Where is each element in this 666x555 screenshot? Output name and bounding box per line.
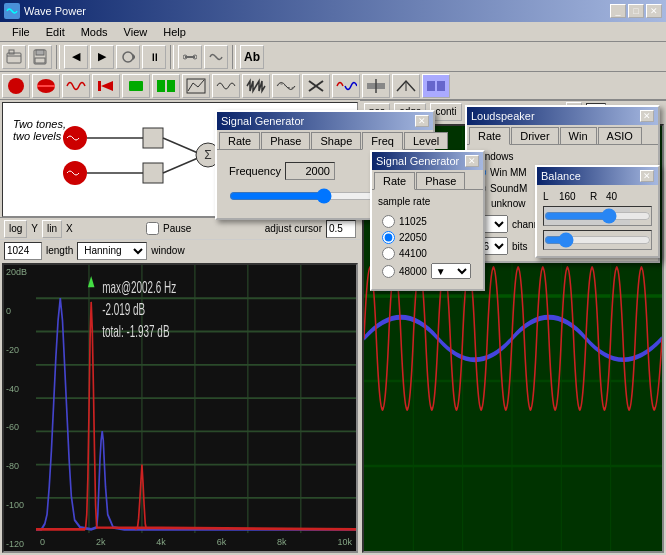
- window-select[interactable]: Hanning Hamming Blackman: [77, 242, 147, 260]
- sig-gen2-title-bar[interactable]: Signal Generator ✕: [372, 152, 483, 170]
- sample-rate-label: sample rate: [378, 196, 477, 207]
- tb-back[interactable]: ◀: [64, 45, 88, 69]
- balance-l-slider[interactable]: [544, 207, 651, 225]
- tb2-xmark[interactable]: [302, 74, 330, 98]
- sig-gen-tab-shape[interactable]: Shape: [311, 132, 361, 149]
- sig-gen2-tab-rate[interactable]: Rate: [374, 172, 415, 190]
- minimize-button[interactable]: _: [610, 4, 626, 18]
- source2-node: [63, 161, 87, 185]
- tb2-back[interactable]: [92, 74, 120, 98]
- menu-help[interactable]: Help: [155, 24, 194, 40]
- ls-tab-asio[interactable]: ASIO: [598, 127, 642, 144]
- sig-gen2-tab-phase[interactable]: Phase: [416, 172, 465, 189]
- tb-wave[interactable]: [204, 45, 228, 69]
- tb-connect[interactable]: [178, 45, 202, 69]
- tb-refresh[interactable]: [116, 45, 140, 69]
- tb2-sine[interactable]: [62, 74, 90, 98]
- sig-gen2-tabs: Rate Phase: [372, 170, 483, 190]
- svg-rect-22: [427, 81, 435, 91]
- tb2-phase[interactable]: [332, 74, 360, 98]
- rate-11025-radio[interactable]: [382, 215, 395, 228]
- menu-file[interactable]: File: [4, 24, 38, 40]
- conti-button[interactable]: conti: [430, 103, 461, 121]
- x-8k: 8k: [277, 537, 287, 547]
- balance-close[interactable]: ✕: [640, 170, 654, 182]
- balance-r-slider[interactable]: [544, 231, 651, 249]
- rate-22050-label: 22050: [399, 232, 427, 243]
- x-10k: 10k: [337, 537, 352, 547]
- tb2-play[interactable]: [152, 74, 180, 98]
- spectrum-y-100: -100: [4, 500, 36, 510]
- tb2-stop[interactable]: [122, 74, 150, 98]
- signal-generator2-dialog: Signal Generator ✕ Rate Phase sample rat…: [370, 150, 485, 291]
- maximize-button[interactable]: □: [628, 4, 644, 18]
- ls-tab-rate[interactable]: Rate: [469, 127, 510, 145]
- balance-title-bar[interactable]: Balance ✕: [537, 167, 658, 185]
- tb-text[interactable]: Ab: [240, 45, 264, 69]
- svg-rect-26: [143, 128, 163, 148]
- menu-mods[interactable]: Mods: [73, 24, 116, 40]
- sig-gen-tab-level[interactable]: Level: [404, 132, 448, 149]
- fft-bar: length Hanning Hamming Blackman window: [0, 239, 360, 261]
- rate-11025-item[interactable]: 11025: [382, 215, 473, 228]
- svg-line-28: [163, 138, 198, 153]
- menu-view[interactable]: View: [116, 24, 156, 40]
- loudspeaker-title-bar[interactable]: Loudspeaker ✕: [467, 107, 658, 125]
- rate-22050-item[interactable]: 22050: [382, 231, 473, 244]
- balance-r-label: R: [590, 191, 600, 202]
- tb2-source1[interactable]: [2, 74, 30, 98]
- ls-tab-driver[interactable]: Driver: [511, 127, 558, 144]
- sig-gen-tab-freq[interactable]: Freq: [362, 132, 403, 150]
- tb-forward[interactable]: ▶: [90, 45, 114, 69]
- tb-save[interactable]: [28, 45, 52, 69]
- source1-node: [63, 126, 87, 150]
- rate-22050-radio[interactable]: [382, 231, 395, 244]
- close-button[interactable]: ✕: [646, 4, 662, 18]
- sig-gen-close[interactable]: ✕: [415, 115, 429, 127]
- windows-label: Windows: [473, 151, 652, 162]
- rate-48000-select[interactable]: ▼: [431, 263, 471, 279]
- length-label: length: [46, 245, 73, 256]
- spectrum-svg: max@2002.6 Hz -2.019 dB total: -1.937 dB: [36, 265, 356, 533]
- fft-length-input[interactable]: [4, 242, 42, 260]
- lin-button[interactable]: lin: [42, 220, 62, 238]
- spectrum-y-120: -120: [4, 539, 36, 549]
- ls-tab-win[interactable]: Win: [560, 127, 597, 144]
- tb-open[interactable]: [2, 45, 26, 69]
- cursor-value-input[interactable]: [326, 220, 356, 238]
- tb2-extra1[interactable]: [362, 74, 390, 98]
- tb-pause[interactable]: ⏸: [142, 45, 166, 69]
- svg-text:total: -1.937 dB: total: -1.937 dB: [102, 323, 169, 341]
- tb2-extra2[interactable]: [392, 74, 420, 98]
- adjust-cursor-label: adjust cursor: [265, 223, 322, 234]
- spectrum-y-40: -40: [4, 384, 36, 394]
- sig-gen-tabs: Rate Phase Shape Freq Level: [217, 130, 433, 150]
- pause-label: Pause: [163, 223, 191, 234]
- loudspeaker-title: Loudspeaker: [471, 110, 535, 122]
- tb2-waveform3[interactable]: [272, 74, 300, 98]
- sig-gen-tab-phase[interactable]: Phase: [261, 132, 310, 149]
- loudspeaker-close[interactable]: ✕: [640, 110, 654, 122]
- tb2-waveform1[interactable]: [212, 74, 240, 98]
- log-button[interactable]: log: [4, 220, 27, 238]
- soundm-label: SoundM: [490, 183, 527, 194]
- sig-gen-title-bar[interactable]: Signal Generator ✕: [217, 112, 433, 130]
- bits-label: bits: [512, 241, 528, 252]
- sig-gen-tab-rate[interactable]: Rate: [219, 132, 260, 149]
- balance-title: Balance: [541, 170, 581, 182]
- tb2-source2[interactable]: [32, 74, 60, 98]
- menu-edit[interactable]: Edit: [38, 24, 73, 40]
- rate-48000-label: 48000: [399, 266, 427, 277]
- tb2-extra3[interactable]: [422, 74, 450, 98]
- rate-48000-radio[interactable]: [382, 265, 395, 278]
- rate-44100-radio[interactable]: [382, 247, 395, 260]
- toolbar-separator-1: [56, 45, 60, 69]
- balance-r-value: 40: [606, 191, 631, 202]
- tb2-chart1[interactable]: [182, 74, 210, 98]
- sig-gen2-title: Signal Generator: [376, 155, 459, 167]
- rate-48000-item[interactable]: 48000 ▼: [382, 263, 473, 279]
- rate-44100-item[interactable]: 44100: [382, 247, 473, 260]
- tb2-waveform2[interactable]: [242, 74, 270, 98]
- pause-checkbox[interactable]: [146, 222, 159, 235]
- sig-gen2-close[interactable]: ✕: [465, 155, 479, 167]
